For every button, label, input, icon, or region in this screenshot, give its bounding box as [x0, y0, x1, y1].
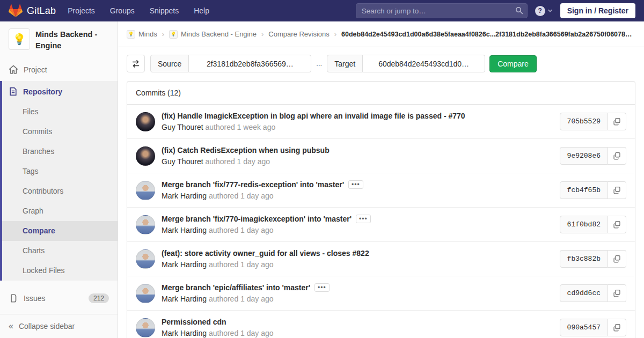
swap-revisions-button[interactable]: [127, 55, 145, 72]
commit-text: Merge branch 'fix/770-imagickexception' …: [162, 215, 552, 234]
commit-sha-link[interactable]: fcb4f65b: [560, 181, 608, 199]
project-title: Minds Backend - Engine: [35, 28, 109, 52]
commit-row: (fix) Handle ImagickException in blog ap…: [127, 105, 635, 139]
avatar: [136, 146, 155, 166]
commit-text: Merge branch 'fix/777-redis-exception' i…: [162, 180, 552, 200]
sidebar-item-repository[interactable]: Repository: [2, 81, 118, 102]
sidebar-subitem[interactable]: Branches: [2, 142, 118, 161]
copy-sha-button[interactable]: [608, 319, 626, 336]
commit-author-link[interactable]: Guy Thouret: [162, 123, 203, 131]
sidebar-subitem[interactable]: Files: [2, 102, 118, 122]
commit-row: (feat): store activity owner_guid for al…: [127, 242, 635, 276]
commit-title-link[interactable]: Merge branch 'fix/770-imagickexception' …: [162, 215, 352, 223]
navbar-link[interactable]: Snippets: [150, 6, 179, 15]
navbar-link[interactable]: Projects: [68, 6, 95, 15]
breadcrumb-item[interactable]: 💡 Compare Revisions: [268, 30, 329, 38]
expand-commit-message-button[interactable]: •••: [356, 215, 371, 223]
commits-panel: Commits (12) (fix) Handle ImagickExcepti…: [127, 81, 635, 338]
collapse-icon: «: [9, 322, 13, 330]
sidebar-item-issues[interactable]: Issues 212: [0, 287, 118, 310]
sidebar-subitem[interactable]: Locked Files: [2, 261, 118, 281]
commit-author-link[interactable]: Mark Harding: [162, 192, 207, 200]
breadcrumb: 💡 Minds › 💡 Minds Backend - Engine › 💡 C…: [118, 21, 644, 47]
commit-row: Merge branch 'fix/770-imagickexception' …: [127, 208, 635, 242]
commit-sha-group: fb3c882b: [560, 250, 626, 268]
target-input-group: Target: [327, 55, 485, 72]
commit-text: (feat): store activity owner_guid for al…: [162, 249, 552, 269]
sidebar-subitem[interactable]: Commits: [2, 122, 118, 142]
commit-title-link[interactable]: (feat): store activity owner_guid for al…: [162, 249, 369, 258]
commit-title-link[interactable]: Permissioned cdn: [162, 318, 226, 326]
copy-icon: [613, 221, 621, 229]
commit-time: authored 1 day ago: [209, 295, 274, 303]
commit-author-link[interactable]: Mark Harding: [162, 260, 207, 269]
commit-sha-link[interactable]: fb3c882b: [560, 250, 608, 268]
sidebar-subitem[interactable]: Charts: [2, 241, 118, 261]
expand-commit-message-button[interactable]: •••: [314, 283, 330, 292]
breadcrumb-item[interactable]: 💡 Minds: [127, 30, 157, 39]
commit-sha-group: cd9dd6cc: [560, 284, 626, 302]
compare-button[interactable]: Compare: [489, 55, 537, 72]
commit-sha-link[interactable]: 705b5529: [560, 113, 608, 130]
copy-sha-button[interactable]: [608, 181, 626, 199]
commit-author-link[interactable]: Mark Harding: [162, 329, 207, 337]
sidebar-subitem[interactable]: Contributors: [2, 181, 118, 201]
sidebar-item-label: Repository: [23, 87, 62, 96]
commit-title-link[interactable]: Merge branch 'fix/777-redis-exception' i…: [162, 180, 344, 189]
sidebar-item-project[interactable]: Project: [0, 58, 118, 81]
sidebar-subitem[interactable]: Graph: [2, 201, 118, 221]
commit-title-link[interactable]: Merge branch 'epic/affiliates' into 'mas…: [162, 283, 310, 292]
commit-title-link[interactable]: (fix) Catch RedisException when using pu…: [162, 146, 330, 155]
repository-submenu: Files Commits Branches Tags Contributors…: [2, 102, 118, 281]
copy-sha-button[interactable]: [608, 113, 626, 130]
commit-row: (fix) Catch RedisException when using pu…: [127, 139, 635, 173]
commit-sha-link[interactable]: 61f0bd82: [560, 216, 608, 233]
help-menu[interactable]: ?: [535, 6, 553, 16]
main-content: 💡 Minds › 💡 Minds Backend - Engine › 💡 C…: [118, 21, 644, 338]
commit-author-link[interactable]: Mark Harding: [162, 295, 207, 303]
commit-time: authored 1 day ago: [209, 329, 274, 337]
commit-sha-link[interactable]: 090a5457: [560, 319, 608, 336]
avatar: [136, 181, 155, 200]
help-icon: ?: [535, 6, 545, 16]
gitlab-logo[interactable]: GitLab: [9, 4, 56, 18]
navbar-link[interactable]: Groups: [110, 6, 135, 15]
copy-sha-button[interactable]: [608, 250, 626, 268]
expand-commit-message-button[interactable]: •••: [348, 180, 363, 189]
collapse-sidebar-button[interactable]: « Collapse sidebar: [0, 314, 118, 338]
breadcrumb-label: Compare Revisions: [268, 30, 329, 38]
issues-icon: [9, 293, 18, 303]
commit-author-link[interactable]: Mark Harding: [162, 226, 207, 234]
commit-meta: Mark Harding authored 1 day ago: [162, 192, 552, 200]
commit-author-link[interactable]: Guy Thouret: [162, 157, 203, 166]
target-label: Target: [327, 55, 363, 72]
document-icon: [9, 87, 18, 96]
copy-sha-button[interactable]: [608, 284, 626, 302]
tanuki-icon: [9, 4, 23, 18]
sidebar-subitem[interactable]: Tags: [2, 161, 118, 181]
search-input[interactable]: [356, 3, 528, 18]
target-revision-input[interactable]: [363, 55, 485, 72]
copy-sha-button[interactable]: [608, 216, 626, 233]
commit-meta: Mark Harding authored 1 day ago: [162, 295, 552, 303]
navbar-links: Projects Groups Snippets Help: [68, 6, 209, 15]
source-revision-input[interactable]: [189, 55, 311, 72]
commit-sha-link[interactable]: cd9dd6cc: [560, 284, 608, 302]
commit-meta: Mark Harding authored 1 day ago: [162, 226, 552, 234]
commit-time: authored 1 week ago: [205, 123, 275, 131]
commit-sha-link[interactable]: 9e9208e6: [560, 147, 608, 165]
copy-sha-button[interactable]: [608, 147, 626, 165]
project-context-header[interactable]: 💡 Minds Backend - Engine: [0, 21, 118, 58]
sign-in-button[interactable]: Sign in / Register: [560, 3, 635, 18]
swap-icon: [131, 60, 140, 68]
breadcrumb-label: Minds: [138, 30, 157, 38]
search-icon[interactable]: [515, 6, 523, 14]
navbar-right: ? Sign in / Register: [356, 3, 635, 18]
commit-title-link[interactable]: (fix) Handle ImagickException in blog ap…: [162, 112, 465, 120]
breadcrumb-item[interactable]: 💡 Minds Backend - Engine: [169, 30, 257, 39]
navbar-link[interactable]: Help: [194, 6, 209, 15]
sidebar-subitem[interactable]: Compare: [2, 221, 118, 241]
breadcrumb-avatar: 💡: [127, 30, 135, 39]
commit-time: authored 1 day ago: [209, 226, 274, 234]
breadcrumb-label: Minds Backend - Engine: [181, 30, 257, 38]
